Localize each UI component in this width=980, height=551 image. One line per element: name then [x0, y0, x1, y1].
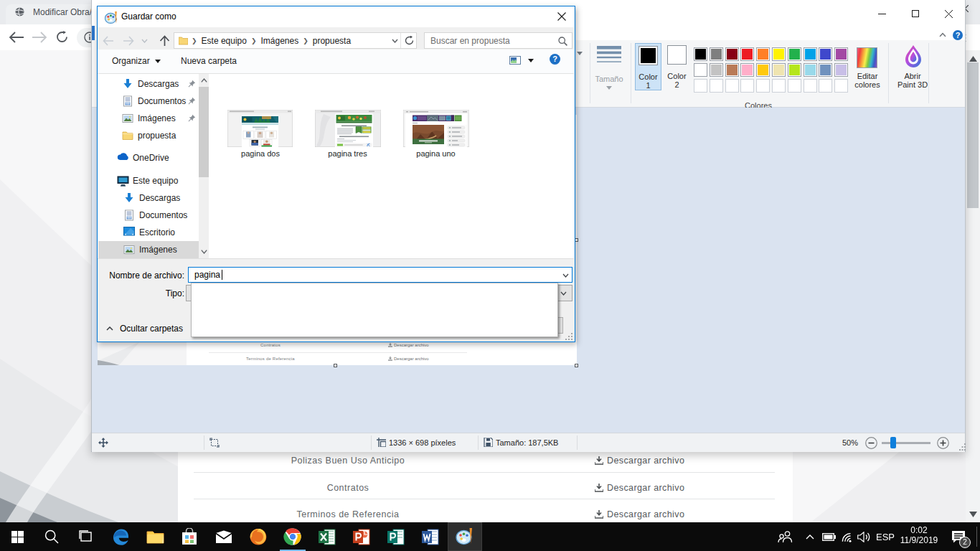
taskbar-chrome-button[interactable]	[275, 522, 310, 551]
paint-help-button[interactable]: ?	[953, 30, 963, 40]
breadcrumb-item-pictures[interactable]: Imágenes	[258, 36, 301, 46]
tray-volume-button[interactable]	[854, 522, 874, 551]
color1-button[interactable]: Color1	[635, 43, 661, 90]
task-view-button[interactable]	[69, 522, 103, 551]
palette-color-swatch[interactable]	[834, 63, 848, 77]
palette-color-swatch[interactable]	[819, 47, 832, 61]
taskbar-paint-button[interactable]	[448, 522, 482, 551]
address-dropdown-icon[interactable]	[392, 39, 398, 43]
dialog-resize-grip[interactable]	[565, 333, 573, 341]
palette-color-swatch[interactable]	[725, 63, 739, 77]
palette-color-swatch[interactable]	[725, 47, 739, 61]
palette-color-swatch[interactable]	[710, 47, 723, 61]
palette-color-swatch[interactable]	[804, 47, 817, 61]
tray-wifi-button[interactable]	[837, 522, 855, 551]
zoom-slider-thumb[interactable]	[890, 437, 896, 448]
nav-forward-button[interactable]	[121, 32, 136, 49]
reload-icon[interactable]	[56, 31, 68, 43]
search-box[interactable]: Buscar en propuesta	[424, 32, 573, 49]
brushes-dropdown-icon[interactable]	[577, 52, 583, 55]
address-breadcrumb-bar[interactable]: ❯ Este equipo ❯ Imágenes ❯ propuesta	[174, 32, 417, 49]
color2-button[interactable]: Color2	[664, 43, 691, 90]
palette-color-swatch[interactable]	[756, 63, 770, 77]
nav-up-button[interactable]	[155, 32, 174, 49]
palette-color-swatch[interactable]	[694, 63, 707, 77]
taskbar-explorer-button[interactable]	[138, 522, 172, 551]
page-scrollbar[interactable]	[966, 50, 980, 522]
file-thumbnail[interactable]	[315, 110, 380, 147]
download-link[interactable]: Descargar archivo	[595, 452, 684, 469]
edit-colors-button[interactable]: Editarcolores	[849, 43, 885, 90]
paint-maximize-button[interactable]	[899, 3, 932, 24]
nav-back-button[interactable]	[100, 32, 116, 49]
hide-folders-button[interactable]: Ocultar carpetas	[106, 321, 199, 336]
taskbar-firefox-button[interactable]	[241, 522, 275, 551]
start-button[interactable]	[0, 522, 34, 551]
show-desktop-divider[interactable]	[976, 527, 977, 547]
tray-clock-button[interactable]: 0:02 11/9/2019	[897, 522, 941, 551]
organize-button[interactable]: Organizar	[112, 50, 161, 72]
palette-empty-slot[interactable]	[694, 79, 707, 93]
palette-empty-slot[interactable]	[819, 79, 832, 93]
taskbar-store-button[interactable]	[172, 522, 207, 551]
tray-people-button[interactable]	[772, 522, 799, 551]
download-link[interactable]: Descargar archivo	[595, 506, 684, 522]
paint-close-button[interactable]	[932, 3, 965, 24]
palette-color-swatch[interactable]	[788, 47, 801, 61]
palette-empty-slot[interactable]	[740, 79, 754, 93]
back-icon[interactable]	[9, 32, 24, 43]
palette-color-swatch[interactable]	[819, 63, 832, 77]
taskbar-search-button[interactable]	[34, 522, 69, 551]
file-thumbnail[interactable]	[227, 110, 293, 147]
scrollbar-thumb[interactable]	[967, 62, 979, 208]
breadcrumb-item-computer[interactable]: Este equipo	[199, 36, 250, 46]
new-folder-button[interactable]: Nueva carpeta	[181, 50, 237, 72]
forward-icon[interactable]	[32, 32, 47, 43]
open-paint3d-button[interactable]: AbrirPaint 3D	[892, 43, 933, 90]
nav-history-button[interactable]	[139, 32, 149, 49]
palette-empty-slot[interactable]	[834, 79, 848, 93]
zoom-in-icon[interactable]	[937, 437, 949, 449]
filename-input[interactable]: pagina	[188, 267, 573, 283]
palette-empty-slot[interactable]	[788, 79, 801, 93]
palette-color-swatch[interactable]	[788, 63, 801, 77]
palette-color-swatch[interactable]	[834, 47, 848, 61]
refresh-icon[interactable]	[405, 36, 414, 45]
zoom-slider-track[interactable]	[882, 442, 930, 444]
palette-color-swatch[interactable]	[710, 63, 723, 77]
filename-autocomplete-dropdown[interactable]	[191, 283, 558, 337]
breadcrumb-item-propuesta[interactable]: propuesta	[310, 36, 354, 46]
palette-color-swatch[interactable]	[804, 63, 817, 77]
action-center-button[interactable]: 2	[946, 522, 973, 551]
taskbar-excel-button[interactable]	[310, 522, 344, 551]
tray-language-button[interactable]: ESP	[874, 522, 897, 551]
taskbar-powerpoint-button[interactable]	[344, 522, 379, 551]
sidebar-scrollbar[interactable]	[199, 74, 209, 258]
ribbon-collapse-icon[interactable]	[939, 32, 946, 37]
paint-minimize-button[interactable]	[865, 3, 898, 24]
palette-empty-slot[interactable]	[710, 79, 723, 93]
window-resize-grip[interactable]	[959, 443, 966, 451]
palette-empty-slot[interactable]	[756, 79, 770, 93]
palette-color-swatch[interactable]	[740, 47, 754, 61]
canvas-resize-handle-corner[interactable]	[575, 364, 578, 367]
file-thumbnail[interactable]	[403, 110, 468, 147]
palette-empty-slot[interactable]	[725, 79, 739, 93]
taskbar-edge-button[interactable]	[103, 522, 138, 551]
size-button[interactable]: Tamaño	[592, 42, 626, 103]
palette-color-swatch[interactable]	[740, 63, 754, 77]
palette-empty-slot[interactable]	[772, 79, 786, 93]
taskbar-mail-button[interactable]	[207, 522, 241, 551]
palette-color-swatch[interactable]	[772, 47, 786, 61]
taskbar-publisher-button[interactable]	[379, 522, 413, 551]
view-mode-button[interactable]	[509, 56, 534, 65]
palette-color-swatch[interactable]	[772, 63, 786, 77]
taskbar-word-button[interactable]	[413, 522, 448, 551]
palette-color-swatch[interactable]	[694, 47, 707, 61]
tray-battery-button[interactable]	[819, 522, 838, 551]
dialog-close-button[interactable]	[549, 6, 575, 27]
tray-hidden-icons-button[interactable]	[801, 522, 819, 551]
palette-color-swatch[interactable]	[756, 47, 770, 61]
download-link[interactable]: Descargar archivo	[595, 479, 684, 496]
scrollbar-thumb[interactable]	[199, 87, 209, 177]
